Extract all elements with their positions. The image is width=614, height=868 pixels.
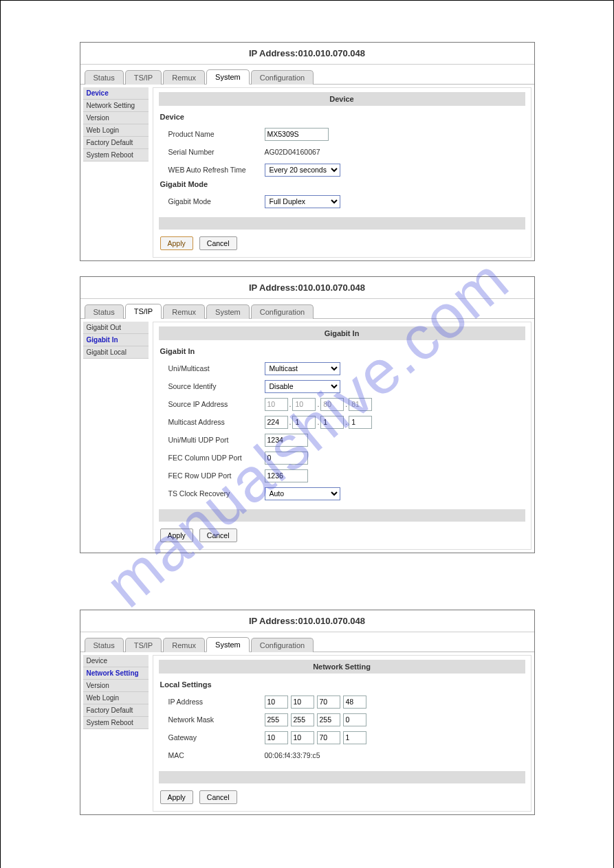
side-nav: Gigabit Out Gigabit In Gigabit Local: [83, 322, 149, 550]
sidebar-item-web-login[interactable]: Web Login: [83, 692, 149, 704]
label-network-mask: Network Mask: [168, 715, 265, 724]
input-mask-a[interactable]: [265, 713, 288, 726]
tab-remux[interactable]: Remux: [163, 304, 205, 319]
label-gateway: Gateway: [168, 733, 265, 742]
input-fec-row-port[interactable]: [265, 469, 308, 482]
panel-title: IP Address:010.010.070.048: [80, 43, 534, 65]
sidebar-item-web-login[interactable]: Web Login: [83, 124, 149, 137]
footer-bar: [159, 217, 525, 230]
tab-status[interactable]: Status: [85, 304, 124, 319]
select-refresh-time[interactable]: Every 20 seconds: [265, 164, 340, 177]
sidebar-item-factory-default[interactable]: Factory Default: [83, 137, 149, 149]
label-ts-clock-recovery: TS Clock Recovery: [168, 489, 265, 498]
panel-title: IP Address:010.010.070.048: [80, 277, 534, 299]
sidebar-item-system-reboot[interactable]: System Reboot: [83, 717, 149, 729]
sidebar-item-gigabit-local[interactable]: Gigabit Local: [83, 346, 149, 359]
tab-bar: Status TS/IP Remux System Configuration: [80, 299, 534, 319]
tab-tsip[interactable]: TS/IP: [125, 304, 162, 319]
input-multicast-a[interactable]: [265, 416, 288, 429]
footer-bar: [159, 509, 525, 522]
input-gateway-d[interactable]: [343, 731, 366, 744]
input-mask-d[interactable]: [343, 713, 366, 726]
value-mac: 00:06:f4:33:79:c5: [265, 751, 320, 759]
input-mask-c[interactable]: [317, 713, 340, 726]
panel-gigabit-in: IP Address:010.010.070.048 Status TS/IP …: [80, 276, 535, 553]
label-multicast-address: Multicast Address: [168, 418, 265, 426]
section-gigabit-in: Gigabit In: [160, 347, 525, 355]
input-source-ip-c[interactable]: [320, 398, 344, 411]
input-gateway-b[interactable]: [291, 731, 314, 744]
input-ip-a[interactable]: [265, 695, 288, 709]
label-serial-number: Serial Number: [168, 148, 265, 156]
apply-button[interactable]: Apply: [160, 528, 193, 542]
tab-configuration[interactable]: Configuration: [251, 70, 314, 85]
panel-network-setting: IP Address:010.010.070.048 Status TS/IP …: [80, 610, 535, 815]
input-udp-port[interactable]: [265, 434, 308, 447]
label-source-ip: Source IP Address: [168, 400, 265, 408]
sidebar-item-system-reboot[interactable]: System Reboot: [83, 149, 149, 162]
apply-button[interactable]: Apply: [160, 790, 193, 804]
label-mac: MAC: [168, 751, 265, 759]
input-multicast-c[interactable]: [320, 416, 344, 429]
tab-configuration[interactable]: Configuration: [251, 304, 314, 319]
label-fec-column-port: FEC Column UDP Port: [168, 454, 265, 462]
section-gigabit-mode: Gigabit Mode: [160, 180, 525, 188]
input-mask-b[interactable]: [291, 713, 314, 726]
apply-button[interactable]: Apply: [160, 236, 193, 250]
select-uni-multicast[interactable]: Multicast: [265, 362, 340, 375]
sidebar-item-gigabit-in[interactable]: Gigabit In: [83, 334, 149, 346]
input-ip-c[interactable]: [317, 695, 340, 709]
side-nav: Device Network Setting Version Web Login…: [83, 87, 149, 258]
tab-system[interactable]: System: [206, 637, 250, 652]
ip-prefix: IP Address:: [249, 282, 298, 293]
input-fec-column-port[interactable]: [265, 452, 308, 465]
input-ip-d[interactable]: [343, 695, 366, 709]
panel-title: IP Address:010.010.070.048: [80, 610, 534, 632]
tab-tsip[interactable]: TS/IP: [125, 70, 162, 85]
cancel-button[interactable]: Cancel: [199, 528, 237, 542]
label-udp-port: Uni/Multi UDP Port: [168, 436, 265, 444]
select-ts-clock-recovery[interactable]: Auto: [265, 487, 340, 500]
ip-value: 010.010.070.048: [298, 282, 365, 293]
input-source-ip-a[interactable]: [265, 398, 288, 411]
tab-remux[interactable]: Remux: [163, 638, 205, 652]
input-multicast-d[interactable]: [349, 416, 372, 429]
cancel-button[interactable]: Cancel: [199, 790, 237, 804]
sidebar-item-factory-default[interactable]: Factory Default: [83, 704, 149, 717]
input-multicast-b[interactable]: [292, 416, 316, 429]
content-header: Device: [159, 92, 525, 106]
label-fec-row-port: FEC Row UDP Port: [168, 471, 265, 480]
cancel-button[interactable]: Cancel: [199, 236, 237, 250]
input-gateway-a[interactable]: [265, 731, 288, 744]
sidebar-item-version[interactable]: Version: [83, 680, 149, 692]
tab-system[interactable]: System: [206, 304, 250, 319]
label-refresh-time: WEB Auto Refresh Time: [168, 166, 265, 174]
label-ip-address: IP Address: [168, 698, 265, 706]
label-uni-multicast: Uni/Multicast: [168, 364, 265, 372]
ip-prefix: IP Address:: [249, 616, 298, 626]
sidebar-item-network-setting[interactable]: Network Setting: [83, 100, 149, 112]
section-local-settings: Local Settings: [160, 680, 525, 689]
label-gigabit-mode: Gigabit Mode: [168, 197, 265, 205]
sidebar-item-device[interactable]: Device: [83, 87, 149, 100]
sidebar-item-device[interactable]: Device: [83, 655, 149, 667]
tab-status[interactable]: Status: [85, 70, 124, 85]
input-product-name[interactable]: [265, 128, 329, 141]
tab-remux[interactable]: Remux: [163, 70, 205, 85]
footer-bar: [159, 771, 525, 783]
select-source-identify[interactable]: Disable: [265, 380, 340, 393]
input-gateway-c[interactable]: [317, 731, 340, 744]
value-serial-number: AG02D04160067: [265, 148, 320, 156]
select-gigabit-mode[interactable]: Full Duplex: [265, 195, 340, 208]
tab-configuration[interactable]: Configuration: [251, 638, 314, 652]
panel-device: IP Address:010.010.070.048 Status TS/IP …: [80, 42, 535, 261]
tab-tsip[interactable]: TS/IP: [125, 638, 162, 652]
sidebar-item-gigabit-out[interactable]: Gigabit Out: [83, 322, 149, 334]
tab-system[interactable]: System: [206, 69, 250, 85]
input-source-ip-b[interactable]: [292, 398, 316, 411]
sidebar-item-network-setting[interactable]: Network Setting: [83, 667, 149, 680]
input-source-ip-d[interactable]: [349, 398, 372, 411]
sidebar-item-version[interactable]: Version: [83, 112, 149, 124]
input-ip-b[interactable]: [291, 695, 314, 709]
tab-status[interactable]: Status: [85, 638, 124, 652]
